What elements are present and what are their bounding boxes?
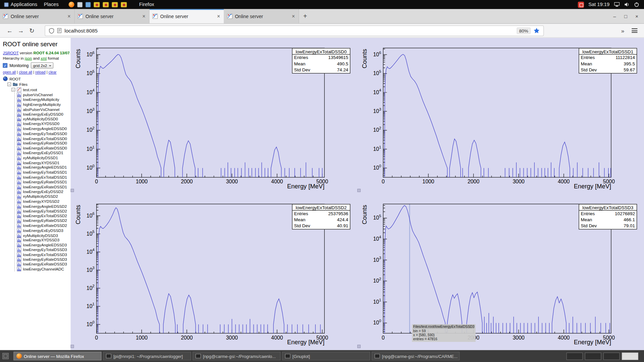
tree-item-highEnergyMultiplicity[interactable]: highEnergyMultiplicity	[15, 102, 71, 107]
tree-item-lowEnergyExRateDSSD2[interactable]: lowEnergyExRateDSSD2	[15, 223, 71, 228]
tree-item-lowEnergyXYDSSD2[interactable]: lowEnergyXYDSSD2	[15, 199, 71, 203]
tree-item-lowEnergyChannelADC[interactable]: lowEnergyChannelADC	[15, 267, 71, 272]
app-icon[interactable]	[94, 2, 100, 7]
app-icon[interactable]	[77, 2, 83, 7]
window-close-button[interactable]: ×	[635, 13, 638, 19]
app-icon[interactable]	[121, 2, 127, 7]
tab-close-button[interactable]: ×	[216, 13, 221, 19]
tree-item-lowEnergyAngleEDSSD0[interactable]: lowEnergyAngleEDSSD0	[15, 126, 71, 131]
page-info-icon[interactable]	[57, 28, 61, 33]
app-icon[interactable]	[85, 2, 91, 7]
power-icon[interactable]	[634, 2, 639, 7]
layout-select[interactable]: grid 2x2	[31, 62, 53, 68]
active-app-menu[interactable]: Firefox	[139, 2, 154, 7]
tree-item-lowEnergyEyTotalDSSD0[interactable]: lowEnergyEyTotalDSSD0	[15, 131, 71, 136]
tree-action-reload[interactable]: reload	[35, 70, 46, 74]
pad-resize-handle[interactable]	[357, 345, 361, 348]
tree-item-lowEnergyEyTotalDSSD2[interactable]: lowEnergyEyTotalDSSD2	[15, 208, 71, 213]
tree-item-lowEnergyXYDSSD1[interactable]: lowEnergyXYDSSD1	[15, 160, 71, 165]
plot-pad-0[interactable]: 0100020003000400050001001011021031041051…	[71, 38, 358, 194]
reload-button[interactable]: ↻	[26, 27, 37, 34]
tree-item-lowEnergyXYDSSD0[interactable]: lowEnergyXYDSSD0	[15, 121, 71, 126]
plot-pad-2[interactable]: 0100020003000400050001001011021031041051…	[71, 194, 358, 350]
tree-item-lowEnergyAngleEDSSD2[interactable]: lowEnergyAngleEDSSD2	[15, 204, 71, 208]
tree-item-lowEnergyExEyDSSD3[interactable]: lowEnergyExEyDSSD3	[15, 228, 71, 233]
tree-item-lowEnergyExEyDSSD1[interactable]: lowEnergyExEyDSSD1	[15, 150, 71, 155]
taskbar-window-4[interactable]: [npg@carme-gsi:~/Programs/CARME...	[372, 352, 460, 360]
browser-tab-2[interactable]: Online server×	[150, 9, 224, 23]
network-icon[interactable]	[614, 2, 620, 7]
tree-item-lowEnergyExRateDSSD0[interactable]: lowEnergyExRateDSSD0	[15, 145, 71, 150]
workspace-cell-3[interactable]	[603, 352, 620, 360]
tree-item-lowEnergyEyRateDSSD1[interactable]: lowEnergyEyRateDSSD1	[15, 180, 71, 184]
browser-tab-3[interactable]: Online server×	[224, 9, 299, 23]
hamburger-menu-button[interactable]	[632, 27, 637, 34]
clock[interactable]: Sat 19:19	[588, 2, 609, 7]
back-button[interactable]: ←	[4, 27, 15, 34]
json-link[interactable]: json	[25, 56, 32, 60]
firefox-icon[interactable]	[68, 2, 74, 7]
tree-node-file[interactable]: - test.root	[11, 87, 70, 92]
tree-item-lowEnergyExTotalDSSD3[interactable]: lowEnergyExTotalDSSD3	[15, 252, 71, 257]
tree-action-open-all[interactable]: open all	[3, 70, 16, 74]
tree-item-absPulserVsChannel[interactable]: absPulserVsChannel	[15, 107, 71, 112]
tree-item-lowEnergyAngleEDSSD1[interactable]: lowEnergyAngleEDSSD1	[15, 165, 71, 170]
tree-item-lowEnergyXYDSSD3[interactable]: lowEnergyXYDSSD3	[15, 238, 71, 242]
places-menu[interactable]: Places	[44, 2, 59, 7]
tree-item-lowEnergyExEyDSSD2[interactable]: lowEnergyExEyDSSD2	[15, 189, 71, 194]
tree-item-lowEnergyExTotalDSSD1[interactable]: lowEnergyExTotalDSSD1	[15, 175, 71, 179]
tab-close-button[interactable]: ×	[67, 13, 71, 19]
collapse-toggle-icon[interactable]: -	[7, 82, 11, 86]
tree-item-lowEnergyExRateDSSD1[interactable]: lowEnergyExRateDSSD1	[15, 184, 71, 189]
new-tab-button[interactable]: +	[299, 9, 311, 23]
url-bar[interactable]: localhost:8085 80%	[45, 25, 544, 36]
monitoring-checkbox[interactable]: ✓	[3, 63, 7, 68]
volume-icon[interactable]	[624, 2, 630, 7]
plot-pad-1[interactable]: 0100020003000400050001001011021031041051…	[357, 38, 644, 194]
tree-item-lowEnergyEyTotalDSSD3[interactable]: lowEnergyEyTotalDSSD3	[15, 247, 71, 252]
tree-node-root[interactable]: ROOT	[3, 76, 71, 81]
browser-tab-1[interactable]: Online server×	[75, 9, 150, 23]
notification-icon[interactable]	[578, 1, 584, 7]
window-maximize-button[interactable]: □	[624, 13, 627, 19]
tree-item-lowEnergyExRateDSSD3[interactable]: lowEnergyExRateDSSD3	[15, 262, 71, 266]
tree-item-xyMultiplicityDSSD2[interactable]: xyMultiplicityDSSD2	[15, 194, 71, 199]
tree-item-pulserVsChannel[interactable]: pulserVsChannel	[15, 93, 71, 97]
tree-item-lowEnergyEyRateDSSD2[interactable]: lowEnergyEyRateDSSD2	[15, 218, 71, 223]
stat-box-3[interactable]: lowEnergyExTotalDSSD3 Entries10276892 Me…	[579, 204, 637, 230]
applications-menu[interactable]: Applications	[4, 2, 37, 7]
tree-item-lowEnergyExTotalDSSD2[interactable]: lowEnergyExTotalDSSD2	[15, 214, 71, 218]
tree-item-xyMultiplicityDSSD0[interactable]: xyMultiplicityDSSD0	[15, 117, 71, 121]
tree-item-xyMultiplicityDSSD1[interactable]: xyMultiplicityDSSD1	[15, 155, 71, 160]
xml-link[interactable]: xml	[41, 56, 47, 60]
tree-item-lowEnergyMultiplicity[interactable]: lowEnergyMultiplicity	[15, 97, 71, 102]
tracking-shield-icon[interactable]	[49, 28, 54, 34]
tree-action-close-all[interactable]: close all	[19, 70, 32, 74]
taskbar-window-0[interactable]: Online server — Mozilla Firefox	[13, 352, 101, 360]
browser-tab-0[interactable]: Online server×	[0, 9, 75, 23]
tree-item-lowEnergyExEyDSSD0[interactable]: lowEnergyExEyDSSD0	[15, 112, 71, 116]
tree-action-clear[interactable]: clear	[49, 70, 57, 74]
tree-node-files[interactable]: - Files	[7, 82, 71, 87]
workspace-cell-2[interactable]	[585, 352, 601, 360]
taskbar-window-2[interactable]: [npg@carme-gsi:~/Programs/caenlo...	[193, 352, 280, 360]
taskbar-window-3[interactable]: [Gnuplot]	[282, 352, 370, 360]
stat-box-2[interactable]: lowEnergyExTotalDSSD2 Entries25379536 Me…	[292, 204, 351, 230]
forward-button[interactable]: →	[15, 27, 26, 34]
jsroot-link[interactable]: JSROOT	[3, 51, 19, 55]
app-icon[interactable]	[112, 2, 118, 7]
pad-resize-handle[interactable]	[71, 189, 74, 192]
tab-close-button[interactable]: ×	[142, 13, 146, 19]
tree-item-lowEnergyExTotalDSSD0[interactable]: lowEnergyExTotalDSSD0	[15, 136, 71, 141]
tab-close-button[interactable]: ×	[291, 13, 296, 19]
workspace-cell-1[interactable]	[567, 352, 583, 360]
pad-resize-handle[interactable]	[71, 345, 74, 348]
collapse-toggle-icon[interactable]: -	[11, 87, 15, 91]
bookmark-star-icon[interactable]	[534, 27, 540, 34]
tree-item-lowEnergyEyTotalDSSD1[interactable]: lowEnergyEyTotalDSSD1	[15, 170, 71, 175]
stat-box-0[interactable]: lowEnergyExTotalDSSD0 Entries13549615 Me…	[292, 48, 351, 73]
tree-item-lowEnergyEyRateDSSD0[interactable]: lowEnergyEyRateDSSD0	[15, 141, 71, 145]
url-text[interactable]: localhost:8085	[64, 28, 98, 34]
app-icon[interactable]	[103, 2, 109, 7]
tree-item-lowEnergyEyRateDSSD3[interactable]: lowEnergyEyRateDSSD3	[15, 257, 71, 262]
